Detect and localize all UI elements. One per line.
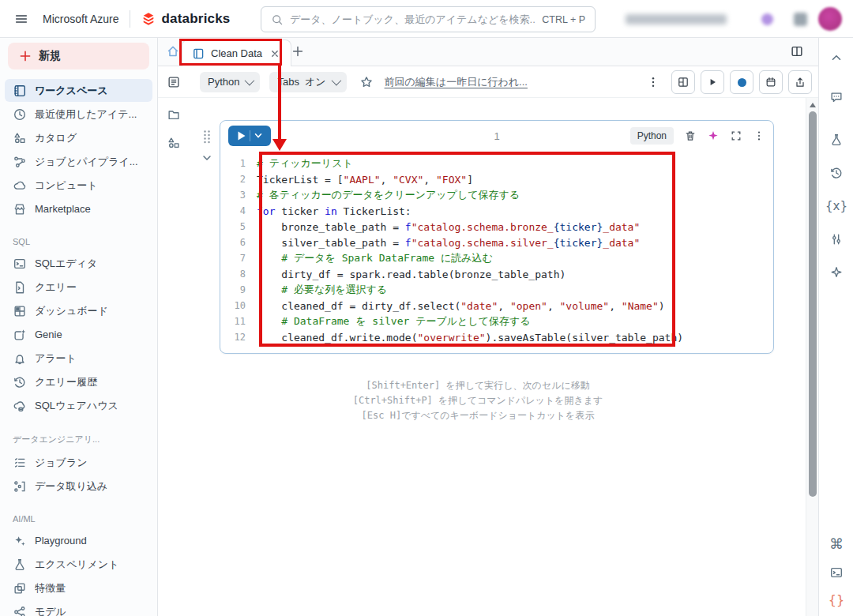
sidebar-item-alerts[interactable]: アラート <box>5 347 152 370</box>
sidebar-item-features[interactable]: 特徴量 <box>5 577 152 599</box>
cell-language-badge[interactable]: Python <box>630 127 674 145</box>
sidebar-item-dashboards[interactable]: ダッシュボード <box>5 299 152 322</box>
cloud-db-icon <box>13 399 27 413</box>
right-panel-rail: {x} ⌘ {} <box>818 38 853 616</box>
search-input[interactable] <box>290 13 535 25</box>
global-search[interactable]: CTRL + P <box>261 6 596 32</box>
code-text: bronze_table_path = f"catalog.schema.bro… <box>257 221 640 233</box>
vertical-scrollbar[interactable] <box>806 98 818 616</box>
cell-drag-handle-icon[interactable] <box>202 130 212 144</box>
code-text: TickerList = ["AAPL", "CVX", "FOX"] <box>257 174 473 186</box>
code-line[interactable]: 12 cleaned_df.write.mode("overwrite").sa… <box>220 329 773 345</box>
avatar[interactable] <box>818 7 842 31</box>
code-line[interactable]: 5 bronze_table_path = f"catalog.schema.b… <box>220 219 773 235</box>
code-line[interactable]: 7 # データを Spark DataFrame に読み込む <box>220 250 773 266</box>
workspace-name-redacted[interactable] <box>626 14 727 24</box>
genie-sparkle-icon <box>13 328 27 342</box>
sidebar-item-data-ingestion[interactable]: データ取り込み <box>5 475 152 498</box>
notifications-icon[interactable] <box>761 13 773 25</box>
delete-cell-icon[interactable] <box>684 130 697 142</box>
cell-header: 1 Python <box>220 121 773 151</box>
assistant-sparkle-icon[interactable] <box>829 265 844 280</box>
scrollbar-thumb[interactable] <box>809 111 817 497</box>
web-terminal-icon[interactable] <box>829 565 844 580</box>
variables-icon[interactable]: {x} <box>819 199 853 213</box>
code-line[interactable]: 2TickerList = ["AAPL", "CVX", "FOX"] <box>220 171 773 187</box>
flask-icon <box>13 558 27 572</box>
sidebar-item-recents[interactable]: 最近使用したアイテ... <box>5 103 152 126</box>
databricks-brand[interactable]: databricks <box>141 11 230 27</box>
code-line[interactable]: 10 cleaned_df = dirty_df.select("date", … <box>220 298 773 314</box>
new-button[interactable]: 新規 <box>8 43 149 69</box>
settings-sliders-icon[interactable] <box>829 232 844 246</box>
databricks-logo-icon <box>141 12 156 26</box>
kebab-menu-icon[interactable] <box>647 76 659 88</box>
code-line[interactable]: 11 # DataFrame を silver テーブルとして保存する <box>220 314 773 329</box>
sidebar-item-queries[interactable]: クエリー <box>5 276 152 299</box>
sidebar-item-playground[interactable]: Playground <box>5 529 152 552</box>
pipeline-icon <box>13 155 27 169</box>
expand-cell-icon[interactable] <box>730 130 742 142</box>
keyboard-shortcuts-icon[interactable]: ⌘ <box>819 535 853 552</box>
layout-button[interactable] <box>671 70 695 94</box>
sidebar-item-marketplace[interactable]: Marketplace <box>5 197 152 220</box>
share-button[interactable] <box>788 70 812 94</box>
record-button[interactable] <box>730 70 753 94</box>
code-text: # ティッカーリスト <box>257 156 353 171</box>
sidebar-item-job-runs[interactable]: ジョブラン <box>5 451 152 474</box>
table-of-contents-icon[interactable] <box>167 75 181 89</box>
sidebar-item-sql-warehouses[interactable]: SQLウェアハウス <box>5 394 152 417</box>
close-tab-icon[interactable] <box>269 47 281 60</box>
run-list-icon <box>13 456 27 470</box>
sidebar-item-compute[interactable]: コンピュート <box>5 174 152 197</box>
new-tab-icon[interactable] <box>291 44 305 58</box>
code-cell: 1 Python 1# ティッカーリスト 2TickerList = ["AAP… <box>220 120 774 354</box>
comments-icon[interactable] <box>829 90 844 104</box>
scroll-up-arrow-icon[interactable] <box>810 103 816 107</box>
code-line[interactable]: 6 silver_table_path = f"catalog.schema.s… <box>220 235 773 250</box>
hint-line: [Ctrl+Shift+P] を押してコマンドパレットを開きます <box>158 393 798 408</box>
home-icon[interactable] <box>166 44 180 58</box>
catalog-icon[interactable] <box>167 136 181 150</box>
code-line[interactable]: 9 # 必要な列を選択する <box>220 282 773 298</box>
sidebar-item-jobs-pipelines[interactable]: ジョブとパイプライ... <box>5 150 152 173</box>
favorite-star-icon[interactable] <box>359 75 374 89</box>
last-edit-link[interactable]: 前回の編集は一昨日に行われ... <box>385 75 528 89</box>
split-view-icon[interactable] <box>790 44 804 58</box>
assistant-sparkle-icon[interactable] <box>707 130 720 142</box>
code-editor[interactable]: 1# ティッカーリスト 2TickerList = ["AAPL", "CVX"… <box>220 151 773 345</box>
code-line[interactable]: 8 dirty_df = spark.read.table(bronze_tab… <box>220 266 773 282</box>
version-history-icon[interactable] <box>829 166 844 180</box>
sidebar-item-workspace[interactable]: ワークスペース <box>5 79 152 102</box>
language-selector[interactable]: Python <box>200 72 260 92</box>
line-number: 10 <box>220 300 257 311</box>
sidebar-item-models[interactable]: モデル <box>5 600 152 616</box>
experiments-flask-icon[interactable] <box>829 133 844 147</box>
sidebar-item-query-history[interactable]: クエリー履歴 <box>5 370 152 393</box>
code-line[interactable]: 4for ticker in TickerList: <box>220 203 773 219</box>
apps-icon[interactable] <box>794 13 807 26</box>
run-cell-button[interactable] <box>228 126 271 146</box>
code-line[interactable]: 3# 各ティッカーのデータをクリーンアップして保存する <box>220 187 773 203</box>
line-number: 5 <box>220 221 257 232</box>
collapse-cell-icon[interactable] <box>201 152 213 164</box>
cell-number: 1 <box>494 130 499 142</box>
tabs-setting-selector[interactable]: Tabs オン <box>269 72 346 92</box>
tab-clean-data[interactable]: Clean Data <box>182 39 291 66</box>
model-graph-icon <box>13 605 27 616</box>
sidebar-item-experiments[interactable]: エクスペリメント <box>5 553 152 576</box>
code-text: # データを Spark DataFrame に読み込む <box>257 251 493 265</box>
cell-kebab-menu-icon[interactable] <box>753 130 765 142</box>
schedule-button[interactable] <box>759 70 783 94</box>
line-number: 7 <box>220 253 257 264</box>
sidebar-item-genie[interactable]: Genie <box>5 323 152 346</box>
collapse-panel-chevron-icon[interactable] <box>829 51 844 65</box>
hamburger-menu-icon[interactable] <box>14 12 28 26</box>
sidebar-item-sql-editor[interactable]: SQLエディタ <box>5 252 152 275</box>
notebook-toolbar: Python Tabs オン 前回の編集は一昨日に行われ... <box>158 66 818 98</box>
sidebar-item-catalog[interactable]: カタログ <box>5 126 152 149</box>
run-all-button[interactable] <box>701 70 724 94</box>
code-line[interactable]: 1# ティッカーリスト <box>220 156 773 171</box>
folder-icon[interactable] <box>167 107 181 122</box>
environment-braces-icon[interactable]: {} <box>819 592 853 607</box>
